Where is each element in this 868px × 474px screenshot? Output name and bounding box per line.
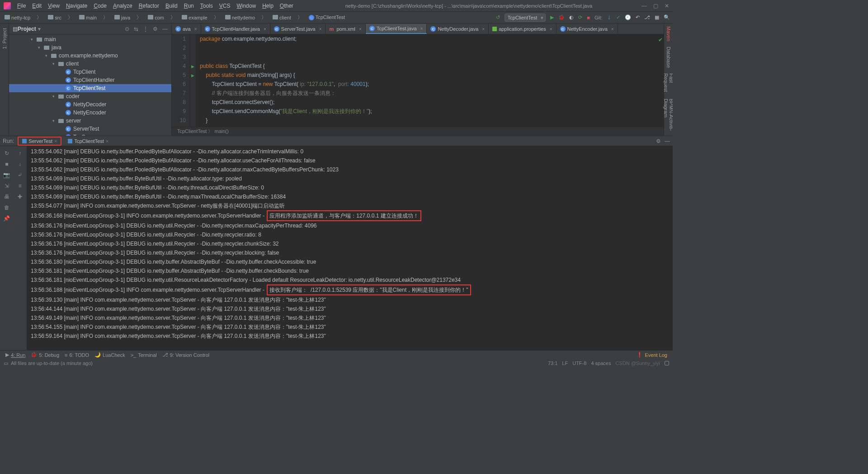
menu-other[interactable]: Other — [277, 2, 296, 10]
tree-node[interactable]: CNettyDecoder — [9, 100, 171, 109]
menu-run[interactable]: Run — [181, 2, 197, 10]
breadcrumb-item[interactable]: java — [113, 14, 132, 21]
tab-close-icon[interactable]: × — [482, 27, 485, 32]
event-log-button[interactable]: ❗ Event Log — [634, 352, 670, 358]
menu-help[interactable]: Help — [259, 2, 276, 10]
clear-icon[interactable]: ✚ — [14, 191, 27, 202]
indent-info[interactable]: 4 spaces — [591, 360, 611, 366]
breadcrumb[interactable]: netty-tcp〉 src〉 main〉 java〉 com〉 example… — [3, 14, 347, 21]
menu-analyze[interactable]: Analyze — [110, 2, 135, 10]
tree-node[interactable]: CTcpClientTest — [9, 84, 171, 92]
scroll-icon[interactable]: ≡ — [14, 180, 27, 191]
editor-tab[interactable]: CTcpClientHandler.java× — [201, 24, 270, 34]
tree-node[interactable]: CNettyEncoder — [9, 109, 171, 117]
project-view-dropdown-icon[interactable]: ▾ — [38, 26, 41, 32]
tab-close-icon[interactable]: × — [359, 27, 362, 32]
run-icon[interactable]: ▶ — [550, 14, 554, 20]
project-title[interactable]: Project — [18, 26, 36, 32]
tool-windows-icon[interactable]: ▭ — [4, 360, 8, 366]
run-down-icon[interactable]: ↓ — [14, 159, 27, 170]
tab-close-icon[interactable]: × — [420, 26, 423, 31]
file-encoding[interactable]: UTF-8 — [572, 360, 586, 366]
run-config-select[interactable]: TcpClientTest — [505, 14, 546, 22]
project-tool-button[interactable]: 1: Project — [2, 25, 7, 52]
bpmn-tool-button[interactable]: BPMN-Activiti-Diagram — [663, 96, 673, 136]
tree-node[interactable]: CTcpClientHandler — [9, 76, 171, 84]
wrap-icon[interactable]: ⤶ — [14, 170, 27, 180]
rerun-icon[interactable]: ↻ — [0, 148, 14, 159]
bottom-tool-run[interactable]: ▶4: Run — [3, 352, 28, 358]
bottom-tool-debug[interactable]: 🐞5: Debug — [28, 352, 62, 358]
trash-icon[interactable]: 🗑 — [0, 202, 14, 213]
git-revert-icon[interactable]: ↶ — [636, 14, 640, 20]
tab-close-icon[interactable]: × — [611, 27, 614, 32]
git-branch-icon[interactable]: ⎇ — [644, 14, 650, 20]
bottom-tool-todo[interactable]: ≡6: TODO — [62, 352, 92, 358]
tree-node[interactable]: ▾client — [9, 60, 171, 68]
run-tab[interactable]: ServerTest × — [18, 137, 61, 146]
maximize-icon[interactable]: ▢ — [653, 3, 658, 9]
close-icon[interactable]: ✕ — [665, 3, 669, 9]
breadcrumb-item[interactable]: src — [46, 14, 63, 21]
project-tree[interactable]: ▾main▾java▾com.example.nettydemo▾clientC… — [9, 34, 171, 136]
stop-icon[interactable]: ■ — [587, 15, 590, 20]
breadcrumb-item[interactable]: example — [180, 14, 209, 21]
editor-tab[interactable]: Cava× — [172, 24, 201, 34]
bottom-tool-versioncontrol[interactable]: ⎇9: Version Control — [160, 352, 212, 358]
tab-close-icon[interactable]: × — [264, 27, 266, 32]
minimize-icon[interactable]: — — [642, 3, 647, 9]
ide-structure-icon[interactable]: ▦ — [655, 14, 659, 20]
git-history-icon[interactable]: 🕘 — [625, 14, 631, 20]
tab-close-icon[interactable]: × — [194, 27, 197, 32]
fastrequest-tool-button[interactable]: Fast Request — [663, 71, 673, 96]
tree-node[interactable]: CTcpServer — [9, 133, 171, 136]
stop-process-icon[interactable]: ■ — [0, 159, 14, 170]
profile-icon[interactable]: ⟳ — [578, 14, 582, 20]
tab-close-icon[interactable]: × — [319, 27, 322, 32]
line-separator[interactable]: LF — [562, 360, 568, 366]
coverage-icon[interactable]: ◐ — [569, 14, 574, 20]
exit-icon[interactable]: ⇲ — [0, 180, 14, 191]
git-commit-icon[interactable]: ✓ — [616, 14, 620, 20]
breadcrumb-item[interactable]: client — [271, 14, 293, 21]
tree-node[interactable]: CTcpClient — [9, 68, 171, 76]
menu-vcs[interactable]: VCS — [217, 2, 233, 10]
tree-node[interactable]: ▾main — [9, 35, 171, 43]
dump-icon[interactable]: 📷 — [0, 170, 14, 180]
menu-tools[interactable]: Tools — [198, 2, 216, 10]
database-tool-button[interactable]: Database — [666, 44, 671, 71]
menu-code[interactable]: Code — [91, 2, 109, 10]
tree-node[interactable]: ▾coder — [9, 92, 171, 100]
menu-navigate[interactable]: Navigate — [63, 2, 90, 10]
collapse-icon[interactable]: ⋮ — [143, 26, 148, 32]
tree-node[interactable]: ▾java — [9, 43, 171, 52]
settings-icon[interactable]: ⚙ — [153, 26, 158, 32]
code-editor[interactable]: 1234567891011 ▶▶ package com.example.net… — [172, 34, 664, 127]
lock-icon[interactable] — [665, 361, 669, 365]
editor-tab[interactable]: mpom.xml× — [326, 24, 365, 34]
breadcrumb-item[interactable]: nettydemo — [223, 14, 257, 21]
editor-tab[interactable]: CNettyEncoder.java× — [557, 24, 618, 34]
select-opened-icon[interactable]: ⊙ — [125, 26, 129, 32]
menu-file[interactable]: File — [14, 2, 28, 10]
bottom-tool-terminal[interactable]: >_Terminal — [128, 352, 160, 358]
inspection-ok-icon[interactable]: ✔ — [658, 35, 663, 44]
breadcrumb-item[interactable]: com — [146, 14, 166, 21]
breadcrumb-item[interactable]: C TcpClientTest — [307, 14, 347, 21]
bottom-tool-luacheck[interactable]: 🌙LuaCheck — [92, 352, 128, 358]
breadcrumb-item[interactable]: main — [77, 14, 99, 21]
tree-node[interactable]: CServerTest — [9, 125, 171, 133]
debug-icon[interactable]: 🐞 — [558, 14, 565, 20]
tab-close-icon[interactable]: × — [550, 27, 552, 32]
caret-position[interactable]: 73:1 — [548, 360, 557, 366]
menu-refactor[interactable]: Refactor — [136, 2, 162, 10]
run-up-icon[interactable]: ↑ — [14, 148, 27, 159]
breadcrumb-item[interactable]: netty-tcp — [3, 14, 32, 21]
pin-icon[interactable]: 📌 — [0, 213, 14, 224]
run-tab[interactable]: TcpClientTest × — [64, 137, 112, 146]
maven-tool-button[interactable]: Maven — [666, 24, 671, 44]
search-icon[interactable]: 🔍 — [664, 14, 670, 20]
sync-icon[interactable]: ↺ — [496, 14, 500, 20]
menu-build[interactable]: Build — [163, 2, 180, 10]
editor-breadcrumb[interactable]: TcpClientTest 〉 main() — [172, 127, 664, 136]
